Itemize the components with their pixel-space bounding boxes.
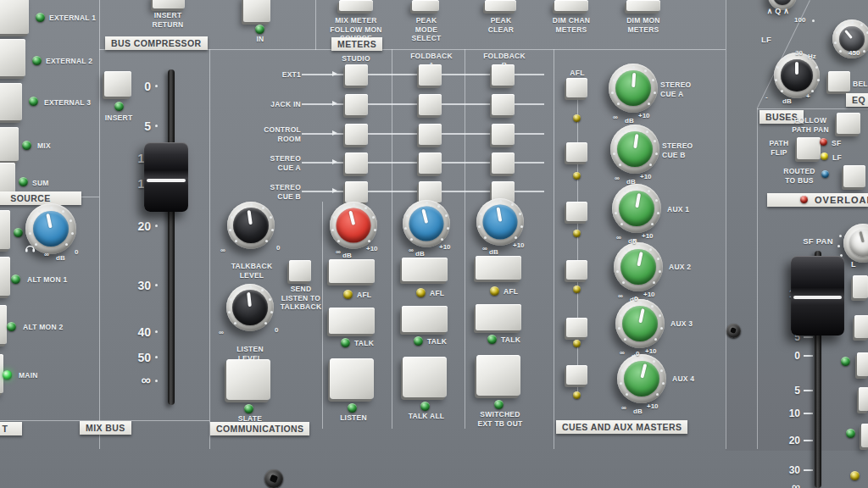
compressor-in-button[interactable]: [243, 0, 270, 22]
cues-afl-button[interactable]: [566, 78, 587, 97]
mix-bus-fader-cap[interactable]: [144, 142, 188, 212]
talk-all-afl-button[interactable]: [402, 258, 448, 281]
scale-dot: [155, 356, 158, 358]
bell-button[interactable]: [828, 71, 850, 92]
routed-to-bus-led: [821, 170, 829, 178]
matrix-button[interactable]: [345, 181, 368, 202]
peak-clear-button[interactable]: [485, 0, 516, 11]
lf-band-label: LF: [761, 35, 787, 45]
edge-button[interactable]: [857, 352, 868, 376]
main-monitor-led: [3, 370, 12, 380]
aux-4-knob[interactable]: [617, 354, 666, 403]
matrix-button[interactable]: [345, 124, 368, 145]
mix-bus-fader-track[interactable]: [168, 69, 175, 405]
alt-mon-1-button[interactable]: [0, 257, 10, 296]
external-3-button[interactable]: [0, 83, 22, 120]
matrix-button[interactable]: [419, 152, 442, 174]
matrix-row-stereo-cue-a: STEREO CUE A: [237, 154, 301, 172]
edge-button[interactable]: [854, 315, 868, 338]
knob-unit-mark: dB: [633, 408, 643, 415]
cues-afl-button[interactable]: [566, 318, 587, 337]
routed-to-bus-button[interactable]: [843, 165, 865, 187]
matrix-button[interactable]: [419, 94, 442, 115]
aux-3-knob[interactable]: [615, 299, 665, 348]
listen-level-knob[interactable]: [226, 284, 274, 331]
divider: [209, 49, 210, 449]
talk-all-channel-knob[interactable]: [403, 200, 450, 247]
matrix-button[interactable]: [345, 152, 368, 174]
ext-tb-big-button[interactable]: [476, 355, 520, 396]
alt-mon-2-led: [7, 322, 16, 331]
edge-led: [850, 471, 860, 480]
matrix-button[interactable]: [492, 64, 515, 86]
insert-return-button[interactable]: [153, 0, 185, 8]
matrix-button[interactable]: [492, 152, 515, 174]
talk-all-talk-button[interactable]: [402, 306, 448, 332]
matrix-button[interactable]: [419, 124, 442, 145]
aux-4-label: AUX 4: [672, 374, 715, 384]
fader-scale-30: 30: [117, 279, 151, 292]
external-2-button[interactable]: [0, 39, 25, 76]
knob-min-mark: ∞: [621, 404, 626, 412]
slate-button[interactable]: [226, 359, 270, 400]
talkback-max-mark: 0: [276, 244, 280, 252]
ext-tb-afl-button[interactable]: [476, 256, 521, 280]
ext-tb-talk-button[interactable]: [476, 304, 521, 330]
cues-plate: CUES AND AUX MASTERS: [556, 420, 687, 434]
knob-zero-mark: 0: [636, 350, 639, 358]
listen-big-button[interactable]: [330, 358, 374, 399]
fader-scale-50: 50: [117, 351, 151, 364]
dim-chan-meters-button[interactable]: [554, 0, 588, 11]
path-flip-button[interactable]: [797, 137, 821, 159]
aux-1-knob[interactable]: [612, 184, 661, 233]
meters-plate: METERS: [331, 37, 382, 51]
matrix-button[interactable]: [419, 181, 442, 202]
cues-afl-button[interactable]: [566, 202, 587, 221]
ext-tb-led: [494, 400, 504, 409]
phones-button[interactable]: [0, 210, 10, 249]
sf-fader-cap[interactable]: [791, 256, 844, 336]
talkback-level-knob[interactable]: [227, 202, 275, 249]
listen-channel-knob[interactable]: [330, 202, 377, 249]
sf-led-label: SF: [832, 139, 849, 148]
divider: [465, 49, 465, 429]
talkback-min-mark: ∞: [220, 247, 225, 254]
knob-max-mark: +10: [647, 402, 659, 410]
dim-mon-meters-button[interactable]: [626, 0, 660, 11]
matrix-button[interactable]: [492, 94, 515, 115]
cues-afl-led: [573, 340, 581, 347]
stereo-cue-b-knob[interactable]: [610, 125, 659, 174]
mix-meter-follow-button[interactable]: [339, 0, 373, 11]
edge-button[interactable]: [859, 387, 868, 411]
send-listen-to-talkback-button[interactable]: [289, 260, 311, 281]
talk-all-big-button[interactable]: [403, 357, 447, 397]
cues-afl-button[interactable]: [566, 260, 587, 280]
aux-1-label: AUX 1: [667, 205, 709, 214]
stereo-cue-a-knob[interactable]: [609, 64, 658, 113]
follow-path-pan-button[interactable]: [837, 113, 860, 134]
main-monitor-label: MAIN: [19, 371, 61, 380]
listen-afl-button[interactable]: [329, 259, 375, 283]
ext-tb-talk-label: TALK: [501, 336, 530, 345]
sf-pan-knob[interactable]: [843, 224, 868, 263]
ext-tb-channel-knob[interactable]: [476, 198, 524, 246]
external-1-button[interactable]: [0, 0, 29, 34]
scale-tick: [804, 390, 813, 391]
alt-mon-2-button[interactable]: [0, 305, 7, 344]
edge-button[interactable]: [861, 424, 868, 447]
listen-talk-label: TALK: [354, 339, 383, 348]
peak-mode-button[interactable]: [412, 0, 439, 11]
knob-min-mark: ∞: [613, 114, 618, 121]
listen-talk-button[interactable]: [329, 308, 375, 334]
ext-tb-talk-led: [487, 335, 497, 344]
cues-afl-button[interactable]: [566, 142, 587, 162]
matrix-button[interactable]: [492, 124, 515, 145]
matrix-button[interactable]: [345, 94, 368, 115]
cues-afl-button[interactable]: [566, 365, 587, 385]
aux-2-knob[interactable]: [614, 242, 663, 291]
matrix-button[interactable]: [345, 64, 368, 86]
mix-source-button[interactable]: [0, 127, 19, 161]
matrix-button[interactable]: [419, 64, 442, 86]
cues-afl-header: AFL: [559, 69, 595, 78]
edge-button[interactable]: [853, 275, 868, 298]
